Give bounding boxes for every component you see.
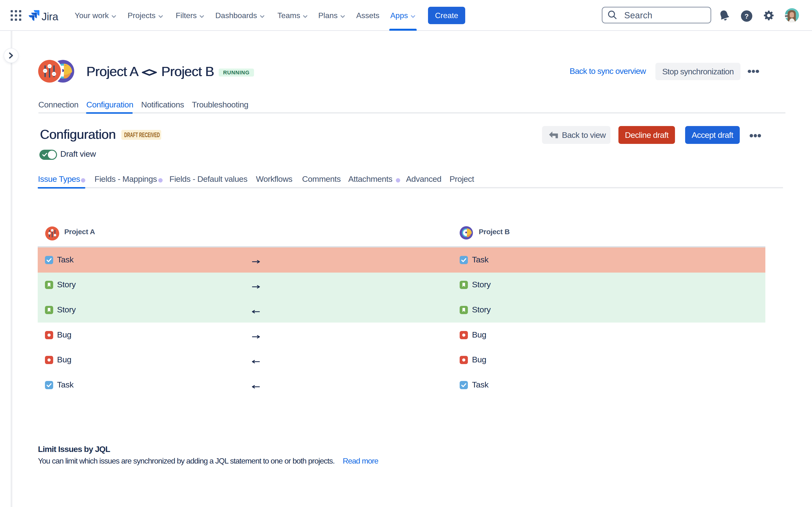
svg-text:?: ? [745, 12, 749, 20]
